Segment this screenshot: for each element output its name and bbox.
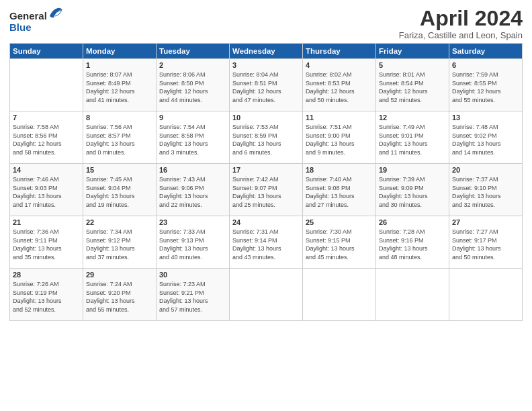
day-info: Sunrise: 7:43 AMSunset: 9:06 PMDaylight:… bbox=[159, 175, 226, 209]
day-info: Sunrise: 8:01 AMSunset: 8:54 PMDaylight:… bbox=[379, 71, 446, 104]
table-row: 25Sunrise: 7:30 AMSunset: 9:15 PMDayligh… bbox=[303, 216, 376, 269]
table-row: 27Sunrise: 7:27 AMSunset: 9:17 PMDayligh… bbox=[449, 216, 523, 269]
day-number: 22 bbox=[86, 218, 153, 226]
table-row: 8Sunrise: 7:56 AMSunset: 8:57 PMDaylight… bbox=[83, 111, 157, 164]
day-info: Sunrise: 7:58 AMSunset: 8:56 PMDaylight:… bbox=[13, 123, 80, 156]
day-number: 28 bbox=[13, 271, 80, 279]
day-number: 3 bbox=[232, 61, 300, 69]
day-number: 8 bbox=[86, 113, 153, 122]
table-row: 24Sunrise: 7:31 AMSunset: 9:14 PMDayligh… bbox=[230, 216, 303, 269]
day-number: 13 bbox=[452, 113, 519, 122]
day-number: 17 bbox=[232, 166, 300, 174]
table-row: 13Sunrise: 7:48 AMSunset: 9:02 PMDayligh… bbox=[449, 111, 523, 164]
table-row: 11Sunrise: 7:51 AMSunset: 9:00 PMDayligh… bbox=[303, 111, 376, 164]
logo: General Blue bbox=[9, 7, 63, 33]
table-row: 5Sunrise: 8:01 AMSunset: 8:54 PMDaylight… bbox=[376, 59, 449, 111]
table-row: 16Sunrise: 7:43 AMSunset: 9:06 PMDayligh… bbox=[157, 164, 230, 216]
col-sunday: Sunday bbox=[10, 44, 83, 59]
table-row: 30Sunrise: 7:23 AMSunset: 9:21 PMDayligh… bbox=[157, 269, 230, 321]
day-number: 2 bbox=[159, 61, 226, 69]
table-row: 1Sunrise: 8:07 AMSunset: 8:49 PMDaylight… bbox=[83, 59, 157, 111]
day-info: Sunrise: 7:31 AMSunset: 9:14 PMDaylight:… bbox=[232, 228, 300, 261]
day-number: 6 bbox=[452, 61, 519, 69]
day-info: Sunrise: 7:40 AMSunset: 9:08 PMDaylight:… bbox=[306, 175, 373, 209]
day-number: 27 bbox=[452, 218, 519, 226]
table-row: 15Sunrise: 7:45 AMSunset: 9:04 PMDayligh… bbox=[83, 164, 157, 216]
table-row bbox=[303, 269, 376, 321]
calendar-body: 1Sunrise: 8:07 AMSunset: 8:49 PMDaylight… bbox=[10, 59, 523, 321]
day-number: 15 bbox=[86, 166, 153, 174]
day-info: Sunrise: 7:51 AMSunset: 9:00 PMDaylight:… bbox=[306, 123, 373, 156]
col-tuesday: Tuesday bbox=[157, 44, 230, 59]
day-number: 5 bbox=[379, 61, 446, 69]
day-info: Sunrise: 8:07 AMSunset: 8:49 PMDaylight:… bbox=[86, 71, 153, 104]
day-info: Sunrise: 7:36 AMSunset: 9:11 PMDaylight:… bbox=[13, 228, 80, 261]
day-info: Sunrise: 7:26 AMSunset: 9:19 PMDaylight:… bbox=[13, 280, 80, 314]
calendar-header: Sunday Monday Tuesday Wednesday Thursday… bbox=[10, 44, 523, 59]
table-row: 18Sunrise: 7:40 AMSunset: 9:08 PMDayligh… bbox=[303, 164, 376, 216]
table-row: 26Sunrise: 7:28 AMSunset: 9:16 PMDayligh… bbox=[376, 216, 449, 269]
day-info: Sunrise: 7:24 AMSunset: 9:20 PMDaylight:… bbox=[86, 280, 153, 314]
table-row: 6Sunrise: 7:59 AMSunset: 8:55 PMDaylight… bbox=[449, 59, 523, 111]
table-row: 2Sunrise: 8:06 AMSunset: 8:50 PMDaylight… bbox=[157, 59, 230, 111]
col-thursday: Thursday bbox=[303, 44, 376, 59]
table-row bbox=[230, 269, 303, 321]
day-number: 26 bbox=[379, 218, 446, 226]
day-number: 1 bbox=[86, 61, 153, 69]
day-number: 19 bbox=[379, 166, 446, 174]
day-info: Sunrise: 7:39 AMSunset: 9:09 PMDaylight:… bbox=[379, 175, 446, 209]
table-row: 28Sunrise: 7:26 AMSunset: 9:19 PMDayligh… bbox=[10, 269, 83, 321]
day-number: 7 bbox=[13, 113, 80, 122]
day-info: Sunrise: 7:27 AMSunset: 9:17 PMDaylight:… bbox=[452, 228, 519, 261]
day-number: 25 bbox=[306, 218, 373, 226]
table-row bbox=[449, 269, 523, 321]
day-number: 18 bbox=[306, 166, 373, 174]
day-info: Sunrise: 7:23 AMSunset: 9:21 PMDaylight:… bbox=[159, 280, 226, 314]
table-row: 3Sunrise: 8:04 AMSunset: 8:51 PMDaylight… bbox=[230, 59, 303, 111]
day-number: 23 bbox=[159, 218, 226, 226]
header: General Blue April 2024 Fariza, Castille… bbox=[9, 7, 523, 40]
day-info: Sunrise: 8:06 AMSunset: 8:50 PMDaylight:… bbox=[159, 71, 226, 104]
day-info: Sunrise: 7:42 AMSunset: 9:07 PMDaylight:… bbox=[232, 175, 300, 209]
col-monday: Monday bbox=[83, 44, 157, 59]
day-number: 29 bbox=[86, 271, 153, 279]
col-friday: Friday bbox=[376, 44, 449, 59]
day-info: Sunrise: 7:54 AMSunset: 8:58 PMDaylight:… bbox=[159, 123, 226, 156]
table-row: 14Sunrise: 7:46 AMSunset: 9:03 PMDayligh… bbox=[10, 164, 83, 216]
table-row: 20Sunrise: 7:37 AMSunset: 9:10 PMDayligh… bbox=[449, 164, 523, 216]
calendar-week-row: 1Sunrise: 8:07 AMSunset: 8:49 PMDaylight… bbox=[10, 59, 523, 111]
day-number: 16 bbox=[159, 166, 226, 174]
table-row bbox=[10, 59, 83, 111]
calendar-container: General Blue April 2024 Fariza, Castille… bbox=[0, 0, 532, 328]
location-subtitle: Fariza, Castille and Leon, Spain bbox=[399, 30, 523, 40]
day-info: Sunrise: 8:04 AMSunset: 8:51 PMDaylight:… bbox=[232, 71, 300, 104]
day-number: 12 bbox=[379, 113, 446, 122]
day-info: Sunrise: 7:28 AMSunset: 9:16 PMDaylight:… bbox=[379, 228, 446, 261]
table-row: 23Sunrise: 7:33 AMSunset: 9:13 PMDayligh… bbox=[157, 216, 230, 269]
table-row: 4Sunrise: 8:02 AMSunset: 8:53 PMDaylight… bbox=[303, 59, 376, 111]
day-info: Sunrise: 7:34 AMSunset: 9:12 PMDaylight:… bbox=[86, 228, 153, 261]
day-info: Sunrise: 8:02 AMSunset: 8:53 PMDaylight:… bbox=[306, 71, 373, 104]
table-row: 7Sunrise: 7:58 AMSunset: 8:56 PMDaylight… bbox=[10, 111, 83, 164]
table-row: 22Sunrise: 7:34 AMSunset: 9:12 PMDayligh… bbox=[83, 216, 157, 269]
calendar-week-row: 21Sunrise: 7:36 AMSunset: 9:11 PMDayligh… bbox=[10, 216, 523, 269]
day-number: 10 bbox=[232, 113, 300, 122]
table-row: 9Sunrise: 7:54 AMSunset: 8:58 PMDaylight… bbox=[157, 111, 230, 164]
col-wednesday: Wednesday bbox=[230, 44, 303, 59]
day-number: 21 bbox=[13, 218, 80, 226]
table-row: 29Sunrise: 7:24 AMSunset: 9:20 PMDayligh… bbox=[83, 269, 157, 321]
day-info: Sunrise: 7:37 AMSunset: 9:10 PMDaylight:… bbox=[452, 175, 519, 209]
calendar-week-row: 28Sunrise: 7:26 AMSunset: 9:19 PMDayligh… bbox=[10, 269, 523, 321]
day-number: 4 bbox=[306, 61, 373, 69]
day-number: 30 bbox=[159, 271, 226, 279]
calendar-table: Sunday Monday Tuesday Wednesday Thursday… bbox=[9, 43, 523, 321]
day-number: 20 bbox=[452, 166, 519, 174]
day-info: Sunrise: 7:30 AMSunset: 9:15 PMDaylight:… bbox=[306, 228, 373, 261]
day-info: Sunrise: 7:49 AMSunset: 9:01 PMDaylight:… bbox=[379, 123, 446, 156]
calendar-week-row: 14Sunrise: 7:46 AMSunset: 9:03 PMDayligh… bbox=[10, 164, 523, 216]
title-block: April 2024 Fariza, Castille and Leon, Sp… bbox=[399, 7, 523, 40]
day-number: 9 bbox=[159, 113, 226, 122]
day-info: Sunrise: 7:46 AMSunset: 9:03 PMDaylight:… bbox=[13, 175, 80, 209]
day-info: Sunrise: 7:53 AMSunset: 8:59 PMDaylight:… bbox=[232, 123, 300, 156]
table-row: 17Sunrise: 7:42 AMSunset: 9:07 PMDayligh… bbox=[230, 164, 303, 216]
